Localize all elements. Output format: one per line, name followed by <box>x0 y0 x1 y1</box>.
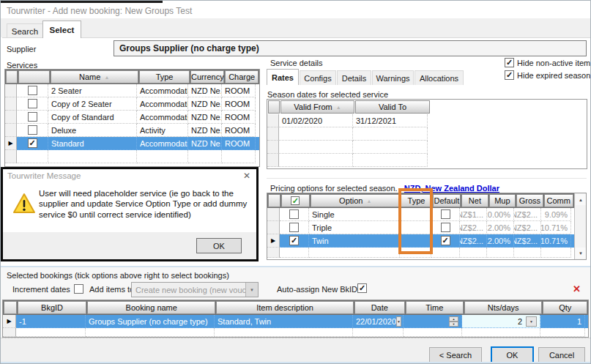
nts-days-cell[interactable]: 2▼ <box>462 315 540 328</box>
services-header-charge[interactable]: Charge <box>225 70 259 83</box>
bkgid-cell: -1 <box>16 315 86 328</box>
row-indicator-cell <box>267 208 280 221</box>
add-items-to-combobox[interactable]: Create new booking (new voucher) ▼ <box>131 282 259 297</box>
pricing-header-net[interactable]: Net <box>461 194 488 207</box>
pricing-scrollbar[interactable]: ▲ ▼ <box>574 193 586 259</box>
service-row[interactable]: 2 Seater Accommodati... NZD Ne... ROOM <box>5 84 259 97</box>
tab-configs[interactable]: Configs <box>300 70 336 85</box>
booking-name-cell: Groups Supplier (no charge type) <box>86 315 215 328</box>
cancel-button[interactable]: Cancel <box>538 347 585 363</box>
empty-grid-row <box>3 328 588 337</box>
auto-assign-checkbox[interactable]: ✓ <box>357 283 367 293</box>
pricing-header-default[interactable]: Default <box>433 194 461 207</box>
tab-allocations[interactable]: Allocations <box>415 70 464 85</box>
tab-search[interactable]: Search <box>7 23 43 38</box>
season-dates-grid: Valid From▲ Valid To 01/02/2020 31/12/20… <box>267 99 587 169</box>
season-header-valid-to[interactable]: Valid To <box>355 100 430 114</box>
default-checkbox[interactable] <box>431 208 460 221</box>
bookings-header-bkgid[interactable]: BkgID <box>18 301 86 314</box>
service-name-cell: Standard <box>48 137 137 150</box>
delete-row-icon[interactable]: ✕ <box>573 283 581 294</box>
service-row[interactable]: Copy of Standard Accommodati... NZD Ne..… <box>5 111 259 124</box>
pricing-row-checkbox[interactable]: ✓ <box>280 234 309 248</box>
bookings-header-time[interactable]: Time <box>406 301 464 314</box>
hide-expired-checkbox[interactable]: ✓ <box>505 70 514 80</box>
booking-row-selected[interactable]: ▶ -1 Groups Supplier (no charge type) St… <box>3 315 588 328</box>
nts-dropdown-icon[interactable]: ▼ <box>526 316 537 327</box>
search-back-button[interactable]: < Search <box>429 347 482 363</box>
pricing-header-comm[interactable]: Comm <box>544 194 573 207</box>
net-cell: NZ$2... <box>460 221 487 234</box>
current-row-icon: ▶ <box>7 318 11 324</box>
service-row[interactable]: Copy of 2 Seater Accommodati... NZD Ne..… <box>5 97 259 111</box>
supplier-field[interactable]: Groups Supplier (no charge type) <box>114 40 587 56</box>
service-row[interactable]: Deluxe Activity NZD Ne... ROOM <box>5 124 259 137</box>
row-indicator-cell <box>5 111 17 124</box>
pricing-header-gross[interactable]: Gross <box>516 194 543 207</box>
valid-to-cell: 31/12/2021 <box>353 114 428 127</box>
season-grid-header: Valid From▲ Valid To <box>267 100 587 114</box>
bookings-header-item-description[interactable]: Item description <box>216 301 354 314</box>
season-header-rowheader <box>268 100 280 114</box>
service-row-checkbox[interactable]: ✓ <box>17 137 48 150</box>
hide-non-active-checkbox[interactable]: ✓ <box>505 58 514 67</box>
tab-select[interactable]: Select <box>42 21 81 38</box>
row-indicator-cell <box>5 124 17 137</box>
row-indicator-cell: ▶ <box>3 315 16 328</box>
service-currency-cell: NZD Ne... <box>188 124 222 137</box>
ok-button[interactable]: OK <box>491 346 534 363</box>
bookings-header-date[interactable]: Date <box>354 301 405 314</box>
title-bar: Tourwriter - Add new booking: New Groups… <box>1 3 590 18</box>
bookings-header-booking-name[interactable]: Booking name <box>87 301 215 314</box>
season-row[interactable]: 01/02/2020 31/12/2021 <box>267 114 587 127</box>
row-indicator-cell: ▶ <box>5 137 17 150</box>
dialog-title-bar[interactable]: Tourwriter Message ✕ <box>3 169 256 184</box>
services-header-name[interactable]: Name▲ <box>51 70 138 83</box>
selected-bookings-label: Selected bookings (tick options above ri… <box>7 271 229 280</box>
spin-down-icon[interactable]: ▼ <box>449 322 458 327</box>
time-cell[interactable]: ▲▼ <box>404 315 462 328</box>
gross-cell: NZ$2... <box>514 208 541 221</box>
services-header-type[interactable]: Type <box>139 70 190 83</box>
pricing-row-checkbox[interactable] <box>280 208 309 221</box>
date-cell[interactable]: 22/01/2020▼ <box>353 315 404 328</box>
services-header-checkbox[interactable] <box>18 70 50 83</box>
time-spinner[interactable]: ▲▼ <box>449 316 458 327</box>
default-checkbox[interactable]: ✓ <box>431 234 460 248</box>
comm-cell: 9.09% <box>541 208 571 221</box>
service-row-checkbox[interactable] <box>17 111 48 124</box>
scroll-down-icon[interactable]: ▼ <box>576 248 586 259</box>
selected-bookings-section: Selected bookings (tick options above ri… <box>1 266 591 364</box>
dialog-ok-button[interactable]: OK <box>196 238 242 253</box>
comm-cell: 10.71% <box>541 221 571 234</box>
date-dropdown-icon[interactable]: ▼ <box>396 316 401 327</box>
service-row-checkbox[interactable] <box>17 97 48 111</box>
tab-details[interactable]: Details <box>337 70 371 85</box>
service-row-selected[interactable]: ▶ ✓ Standard Accommodati... NZD Ne... RO… <box>5 137 259 150</box>
default-checkbox[interactable] <box>431 221 460 234</box>
window-title: Tourwriter - Add new booking: New Groups… <box>7 6 192 16</box>
pricing-header-mup[interactable]: Mup <box>489 194 516 207</box>
pricing-row-checkbox[interactable] <box>280 221 309 234</box>
service-row-checkbox[interactable] <box>17 84 48 97</box>
row-indicator-cell <box>5 97 17 111</box>
gross-cell: NZ$2... <box>514 221 541 234</box>
pricing-header-select-all-checkbox[interactable]: ✓ <box>281 194 310 207</box>
option-cell: Triple <box>309 221 400 234</box>
sort-asc-icon: ▲ <box>336 105 341 110</box>
chevron-down-icon[interactable]: ▼ <box>245 283 258 297</box>
tab-warnings[interactable]: Warnings <box>372 70 414 85</box>
supplier-label: Supplier <box>7 45 36 53</box>
tab-rates[interactable]: Rates <box>267 69 299 85</box>
increment-dates-checkbox[interactable] <box>74 284 83 294</box>
spin-up-icon[interactable]: ▲ <box>449 316 458 322</box>
pricing-header-option[interactable]: Option▲ <box>311 194 400 207</box>
bookings-header-qty[interactable]: Qty <box>543 301 587 314</box>
scroll-up-icon[interactable]: ▲ <box>576 194 586 205</box>
season-header-valid-from[interactable]: Valid From▲ <box>280 100 354 114</box>
service-name-cell: Copy of Standard <box>48 111 137 124</box>
service-row-checkbox[interactable] <box>17 124 48 137</box>
close-icon[interactable]: ✕ <box>243 171 250 181</box>
bookings-header-nts-days[interactable]: Nts/days <box>464 301 542 314</box>
services-header-currency[interactable]: Currency <box>190 70 224 83</box>
